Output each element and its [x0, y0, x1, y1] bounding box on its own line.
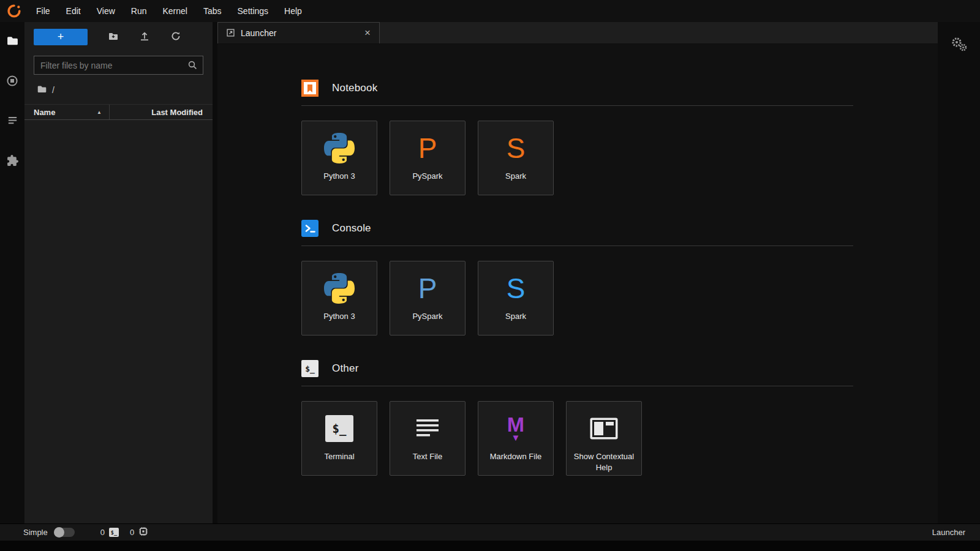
card-label: PySpark — [407, 311, 447, 322]
menu-item-kernel[interactable]: Kernel — [154, 0, 195, 22]
sort-ascending-icon: ▲ — [97, 110, 102, 115]
section-title-other: Other — [332, 362, 359, 375]
refresh-button[interactable] — [170, 31, 181, 43]
main-dock-area: Launcher × Notebook — [217, 22, 938, 523]
pyspark-letter-icon: P — [418, 271, 437, 306]
running-sessions-tab[interactable] — [0, 62, 24, 102]
terminals-count: 0 — [100, 528, 105, 537]
table-of-contents-tab[interactable] — [0, 102, 24, 141]
new-folder-button[interactable] — [108, 31, 119, 43]
file-browser-tab[interactable] — [0, 22, 24, 62]
file-list-empty[interactable] — [24, 120, 213, 523]
breadcrumb: / — [24, 75, 213, 104]
menu-item-file[interactable]: File — [28, 0, 58, 22]
left-activity-bar — [0, 22, 24, 523]
section-divider — [301, 246, 853, 246]
spark-letter-icon: S — [507, 271, 526, 306]
upload-button[interactable] — [139, 31, 150, 43]
new-launcher-button[interactable]: + — [34, 29, 88, 45]
menu-item-run[interactable]: Run — [123, 0, 155, 22]
stop-circle-icon — [6, 75, 18, 89]
card-label: Spark — [500, 171, 531, 182]
notebook-cards-row: Python 3 P PySpark S Spark — [301, 121, 853, 195]
launcher-section-console: Console Python 3 — [301, 220, 853, 335]
console-icon — [301, 220, 318, 237]
card-label: Python 3 — [318, 171, 360, 182]
kernels-count: 0 — [130, 528, 134, 537]
console-cards-row: Python 3 P PySpark S Spark — [301, 261, 853, 335]
section-divider — [301, 386, 853, 386]
menu-item-view[interactable]: View — [89, 0, 123, 22]
property-inspector-tab[interactable] — [947, 33, 971, 58]
python-icon — [324, 271, 355, 306]
launcher-card-console-spark[interactable]: S Spark — [478, 261, 554, 335]
new-folder-icon — [108, 31, 119, 43]
other-section-header: $_ Other — [301, 360, 853, 377]
tab-close-icon[interactable]: × — [361, 26, 374, 39]
card-label: Text File — [408, 451, 447, 462]
filter-files-input[interactable] — [34, 56, 203, 75]
file-list-header: Name ▲ Last Modified — [24, 104, 213, 120]
terminal-icon: $_ — [301, 360, 318, 377]
panel-splitter[interactable] — [213, 22, 217, 523]
launcher-card-text-file[interactable]: Text File — [390, 401, 466, 476]
card-label: Show Contextual Help — [567, 451, 641, 473]
launcher-section-notebook: Notebook Python 3 — [301, 80, 853, 195]
running-terminals-status[interactable]: 0 $_ — [100, 528, 119, 537]
launcher-tab-icon — [226, 28, 235, 37]
toggle-knob — [54, 527, 64, 538]
main-row: + — [0, 22, 980, 523]
markdown-m-glyph: M — [507, 416, 524, 433]
launcher-card-notebook-python3[interactable]: Python 3 — [301, 121, 377, 195]
launcher-section-other: $_ Other $_ Terminal — [301, 360, 853, 476]
terminal-icon: $_ — [109, 528, 119, 537]
jupyter-logo-icon — [5, 4, 23, 18]
menu-item-tabs[interactable]: Tabs — [195, 0, 230, 22]
launcher-card-console-python3[interactable]: Python 3 — [301, 261, 377, 335]
card-label: PySpark — [407, 171, 447, 182]
menu-item-edit[interactable]: Edit — [58, 0, 89, 22]
gears-icon — [950, 36, 968, 55]
folder-icon — [6, 34, 19, 50]
launcher-card-show-contextual-help[interactable]: Show Contextual Help — [566, 401, 642, 476]
kernel-chip-icon — [138, 527, 148, 538]
menu-item-settings[interactable]: Settings — [230, 0, 277, 22]
file-browser-toolbar: + — [24, 22, 213, 45]
filter-files-wrap — [34, 56, 203, 75]
breadcrumb-home-folder-icon[interactable] — [37, 84, 47, 96]
launcher-card-markdown-file[interactable]: M ▼ Markdown File — [478, 401, 554, 476]
menu-items: File Edit View Run Kernel Tabs Settings … — [28, 0, 310, 22]
terminal-icon: $_ — [325, 411, 353, 446]
launcher-card-console-pyspark[interactable]: P PySpark — [390, 261, 466, 335]
launcher-card-terminal[interactable]: $_ Terminal — [301, 401, 377, 476]
puzzle-icon — [6, 154, 19, 169]
section-title-console: Console — [332, 222, 371, 234]
card-label: Markdown File — [485, 451, 547, 462]
launcher-panel: Notebook Python 3 — [217, 44, 938, 523]
list-icon — [7, 114, 18, 129]
simple-mode-toggle[interactable] — [54, 528, 75, 537]
column-header-name[interactable]: Name ▲ — [24, 105, 109, 119]
text-file-icon — [414, 411, 441, 446]
running-kernels-status[interactable]: 0 — [130, 527, 148, 538]
jupyterlab-window: File Edit View Run Kernel Tabs Settings … — [0, 0, 980, 551]
markdown-icon: M ▼ — [507, 411, 524, 446]
markdown-arrow-glyph: ▼ — [511, 434, 521, 442]
column-header-last-modified[interactable]: Last Modified — [109, 105, 213, 119]
upload-icon — [139, 31, 150, 43]
breadcrumb-root[interactable]: / — [52, 85, 55, 95]
right-activity-bar — [938, 22, 980, 523]
bottom-gap — [0, 541, 980, 551]
simple-mode-label: Simple — [23, 528, 48, 537]
launcher-card-notebook-spark[interactable]: S Spark — [478, 121, 554, 195]
tab-bar: Launcher × — [217, 22, 938, 44]
tab-launcher[interactable]: Launcher × — [217, 22, 380, 43]
python-icon — [324, 130, 355, 166]
launcher-card-notebook-pyspark[interactable]: P PySpark — [390, 121, 466, 195]
pyspark-letter-icon: P — [418, 130, 437, 166]
card-label: Spark — [500, 311, 531, 322]
other-cards-row: $_ Terminal — [301, 401, 853, 476]
menu-item-help[interactable]: Help — [276, 0, 310, 22]
current-activity-label: Launcher — [932, 528, 965, 537]
extensions-tab[interactable] — [0, 141, 24, 181]
